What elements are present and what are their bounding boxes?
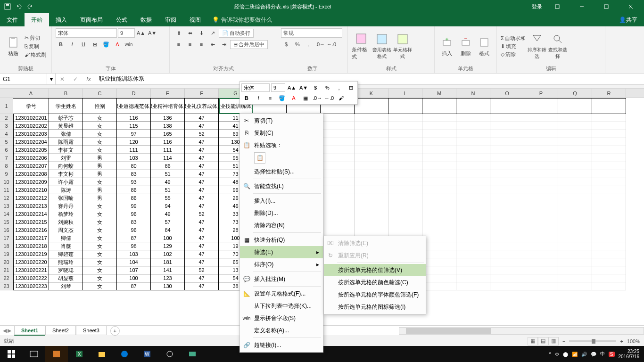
cell[interactable]: 男 [83, 170, 117, 178]
tray-icon[interactable]: ⬤ [563, 352, 568, 357]
cell[interactable] [456, 274, 490, 282]
ctx-define-name[interactable]: 定义名称(A)... [240, 324, 323, 337]
cell[interactable]: 111 [117, 146, 151, 154]
cell[interactable] [355, 194, 388, 202]
cell[interactable] [558, 266, 592, 274]
cell[interactable]: 47 [185, 194, 219, 202]
row-header[interactable]: 22 [0, 274, 13, 282]
row-header[interactable]: 12 [0, 194, 13, 202]
tray-clock[interactable]: 23:25 2016/7/16 [619, 349, 643, 359]
cell[interactable] [592, 178, 626, 186]
ctx-format-cells[interactable]: 📐设置单元格格式(F)... [240, 288, 323, 300]
cell[interactable] [524, 178, 558, 186]
cell[interactable] [456, 234, 490, 242]
cell[interactable] [456, 114, 490, 122]
cell[interactable] [422, 98, 456, 114]
cell[interactable]: 103 [117, 154, 151, 162]
cell[interactable]: 94 [151, 202, 185, 210]
taskbar-settings-icon[interactable] [158, 346, 181, 362]
cell[interactable]: 47 [185, 282, 219, 290]
cell[interactable]: 男 [83, 162, 117, 170]
cell[interactable]: 55 [151, 194, 185, 202]
column-header[interactable]: B [49, 89, 83, 98]
cell[interactable] [456, 250, 490, 258]
cell[interactable]: 123 [151, 274, 185, 282]
cell[interactable]: 49 [151, 210, 185, 218]
cell[interactable] [524, 242, 558, 250]
cell[interactable]: 女 [83, 138, 117, 146]
cell[interactable] [524, 258, 558, 266]
cell[interactable] [490, 266, 524, 274]
font-color-button[interactable]: A [112, 40, 123, 49]
tab-review[interactable]: 审阅 [158, 13, 183, 26]
cell[interactable] [422, 266, 456, 274]
view-page-break-icon[interactable]: ▥ [548, 337, 559, 346]
cell[interactable]: 99 [117, 202, 151, 210]
paste-button[interactable]: 粘贴 [4, 36, 23, 57]
save-icon[interactable] [4, 3, 11, 10]
cell[interactable] [592, 130, 626, 138]
cell[interactable] [490, 122, 524, 130]
zoom-in-button[interactable]: + [620, 338, 623, 344]
cell[interactable] [558, 154, 592, 162]
cell[interactable]: 刘婉秋 [49, 218, 83, 226]
indent-inc-icon[interactable]: ⇥ [219, 40, 229, 49]
pinyin-button[interactable]: wén [124, 40, 134, 49]
cell[interactable]: 47 [185, 170, 219, 178]
sub-filter-by-icon[interactable]: 按所选单元格的图标筛选(I) [324, 301, 426, 313]
cell[interactable]: 12301020212 [13, 194, 49, 202]
cell[interactable] [558, 226, 592, 234]
cell[interactable]: 女 [83, 258, 117, 266]
login-link[interactable]: 登录 [532, 3, 542, 10]
cell[interactable]: 12301020223 [13, 282, 49, 290]
cell[interactable]: 102 [151, 250, 185, 258]
cell[interactable] [422, 138, 456, 146]
cell[interactable] [558, 242, 592, 250]
cell[interactable]: 肖薇 [49, 242, 83, 250]
fill-color-button[interactable]: 🪣 [101, 40, 111, 49]
cell-styles-button[interactable]: 单元格样式 [393, 33, 412, 60]
align-left-icon[interactable]: ≡ [173, 40, 184, 49]
cell[interactable] [558, 218, 592, 226]
cell[interactable] [524, 130, 558, 138]
mini-bold-button[interactable]: B [241, 93, 252, 103]
cell[interactable] [524, 202, 558, 210]
cell[interactable] [558, 146, 592, 154]
cell[interactable]: 47 [185, 234, 219, 242]
ctx-paste-special[interactable]: 选择性粘贴(S)... [240, 165, 323, 178]
mini-font-size[interactable]: 9 [271, 83, 285, 92]
cell[interactable] [355, 98, 388, 114]
border-button[interactable]: ⊞ [90, 40, 100, 49]
font-name-combo[interactable]: 宋体 [56, 28, 117, 38]
cell[interactable]: 周文杰 [49, 226, 83, 234]
cell[interactable]: 张倩 [49, 130, 83, 138]
cell[interactable] [422, 250, 456, 258]
cell[interactable]: 87 [117, 234, 151, 242]
comma-icon[interactable]: , [304, 40, 314, 49]
cell[interactable] [490, 202, 524, 210]
cell[interactable]: 12301020222 [13, 274, 49, 282]
cell[interactable] [524, 226, 558, 234]
cell[interactable] [422, 274, 456, 282]
cell[interactable] [456, 258, 490, 266]
cell[interactable]: 12301020206 [13, 154, 49, 162]
name-box[interactable]: G1 [0, 74, 47, 84]
cell[interactable] [524, 138, 558, 146]
cell[interactable]: 熊瑞玲 [49, 258, 83, 266]
cell[interactable] [355, 162, 388, 170]
cell[interactable] [592, 186, 626, 194]
cell[interactable] [388, 218, 422, 226]
cell[interactable]: 女 [83, 234, 117, 242]
cell[interactable] [456, 178, 490, 186]
cell[interactable] [558, 114, 592, 122]
cell[interactable] [456, 266, 490, 274]
tray-icon[interactable]: ⚙ [555, 352, 559, 357]
cell[interactable] [456, 242, 490, 250]
ctx-sort[interactable]: 排序(O)▸ [240, 258, 323, 271]
cell[interactable]: 12301020218 [13, 242, 49, 250]
tab-home[interactable]: 开始 [25, 13, 49, 26]
start-button[interactable] [0, 346, 23, 362]
tray-icon[interactable]: 📶 [572, 352, 578, 357]
cell[interactable] [388, 226, 422, 234]
mini-border-icon[interactable]: ⊞ [346, 83, 356, 92]
